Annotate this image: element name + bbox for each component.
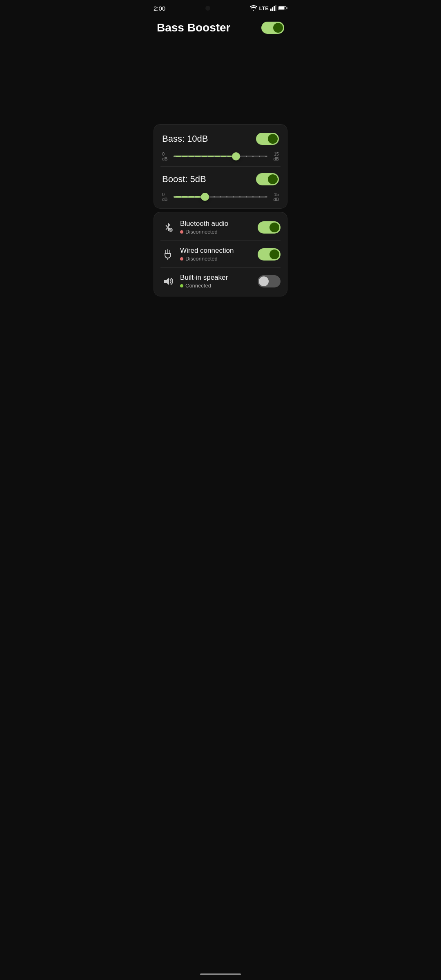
boost-slider-row: 0dB xyxy=(162,192,279,202)
svg-rect-3 xyxy=(275,5,276,11)
bass-slider-container[interactable] xyxy=(174,152,267,160)
status-icons: LTE xyxy=(250,5,287,11)
boost-section: Boost: 5dB 0dB xyxy=(154,167,287,207)
status-time: 2:00 xyxy=(154,5,165,12)
svg-marker-15 xyxy=(164,278,169,285)
signal-icon xyxy=(270,5,277,11)
bass-slider-thumb[interactable] xyxy=(232,152,240,160)
speaker-toggle-knob xyxy=(259,276,269,286)
boost-toggle[interactable] xyxy=(256,173,279,185)
bluetooth-device-name: Bluetooth audio xyxy=(180,220,253,228)
bass-max-label: 15dB xyxy=(271,151,279,161)
bluetooth-toggle[interactable] xyxy=(258,221,281,234)
boost-slider-dots xyxy=(174,196,267,198)
bluetooth-device-row: Bluetooth audio Disconnected xyxy=(154,214,287,241)
wired-status-text: Disconnected xyxy=(185,256,218,262)
sliders-card: Bass: 10dB 0dB xyxy=(154,124,287,209)
dot xyxy=(187,156,189,157)
wired-device-row: Wired connection Disconnected xyxy=(154,241,287,267)
dot xyxy=(207,156,208,157)
battery-icon xyxy=(278,6,287,11)
speaker-device-name: Built-in speaker xyxy=(180,274,253,282)
spacer xyxy=(147,39,294,121)
wired-toggle-knob xyxy=(270,249,279,259)
speaker-device-status: Connected xyxy=(180,283,253,289)
dot xyxy=(252,196,254,198)
dot xyxy=(174,156,176,157)
bass-toggle-knob xyxy=(268,134,278,144)
dot xyxy=(239,196,241,198)
dot xyxy=(194,196,195,198)
bluetooth-status-dot xyxy=(180,230,183,234)
bass-slider-track xyxy=(174,156,267,157)
dot xyxy=(259,156,260,157)
dot xyxy=(200,156,202,157)
boost-label: Boost: 5dB xyxy=(162,174,206,185)
bass-min-label: 0dB xyxy=(162,151,170,161)
bass-section: Bass: 10dB 0dB xyxy=(154,126,287,166)
camera-cutout xyxy=(205,6,210,11)
dot xyxy=(252,156,254,157)
dot xyxy=(174,196,176,198)
dot xyxy=(214,196,215,198)
dot xyxy=(194,156,195,157)
page-title: Bass Booster xyxy=(157,21,231,34)
dot xyxy=(233,196,234,198)
bluetooth-icon xyxy=(160,220,175,235)
bluetooth-toggle-knob xyxy=(270,223,279,232)
bluetooth-device-info: Bluetooth audio Disconnected xyxy=(180,220,253,235)
main-header: Bass Booster xyxy=(147,15,294,39)
svg-rect-1 xyxy=(272,7,273,11)
wired-toggle[interactable] xyxy=(258,248,281,261)
svg-rect-7 xyxy=(286,7,287,9)
speaker-device-info: Built-in speaker Connected xyxy=(180,274,253,289)
audio-devices-card: Bluetooth audio Disconnected Wired conne… xyxy=(154,212,287,296)
bass-toggle[interactable] xyxy=(256,133,279,145)
boost-toggle-knob xyxy=(268,174,278,184)
boost-slider-header: Boost: 5dB xyxy=(162,173,279,185)
svg-rect-6 xyxy=(279,7,284,10)
svg-rect-2 xyxy=(274,6,275,11)
boost-slider-container[interactable] xyxy=(174,193,267,201)
dot xyxy=(246,156,247,157)
wired-connection-icon xyxy=(160,247,175,262)
dot xyxy=(181,196,182,198)
boost-slider-track xyxy=(174,196,267,198)
wired-device-info: Wired connection Disconnected xyxy=(180,247,253,262)
bass-slider-header: Bass: 10dB xyxy=(162,133,279,145)
speaker-status-text: Connected xyxy=(185,283,211,289)
wired-status-dot xyxy=(180,257,183,261)
dot xyxy=(246,196,247,198)
dot xyxy=(187,196,189,198)
speaker-device-row: Built-in speaker Connected xyxy=(154,268,287,294)
dot xyxy=(226,156,227,157)
dot xyxy=(259,196,260,198)
boost-min-label: 0dB xyxy=(162,192,170,202)
speaker-icon xyxy=(160,274,175,289)
dot xyxy=(220,156,221,157)
status-bar: 2:00 LTE xyxy=(147,0,294,15)
dot xyxy=(181,156,182,157)
boost-max-label: 15dB xyxy=(271,192,279,202)
dot xyxy=(220,196,221,198)
speaker-toggle[interactable] xyxy=(258,275,281,287)
bass-slider-dots xyxy=(174,156,267,157)
bass-label: Bass: 10dB xyxy=(162,134,208,144)
boost-slider-thumb[interactable] xyxy=(201,193,209,201)
dot xyxy=(265,156,267,157)
bluetooth-device-status: Disconnected xyxy=(180,229,253,235)
bottom-spacer xyxy=(147,300,294,332)
wired-device-status: Disconnected xyxy=(180,256,253,262)
wired-device-name: Wired connection xyxy=(180,247,253,255)
bluetooth-status-text: Disconnected xyxy=(185,229,218,235)
svg-rect-0 xyxy=(270,9,272,11)
wifi-icon xyxy=(250,5,257,11)
speaker-status-dot xyxy=(180,284,183,287)
bass-booster-toggle[interactable] xyxy=(261,22,284,34)
dot xyxy=(226,196,227,198)
lte-label: LTE xyxy=(259,5,269,11)
bass-slider-row: 0dB xyxy=(162,151,279,161)
dot xyxy=(265,196,267,198)
toggle-knob xyxy=(273,23,283,33)
dot xyxy=(214,156,215,157)
